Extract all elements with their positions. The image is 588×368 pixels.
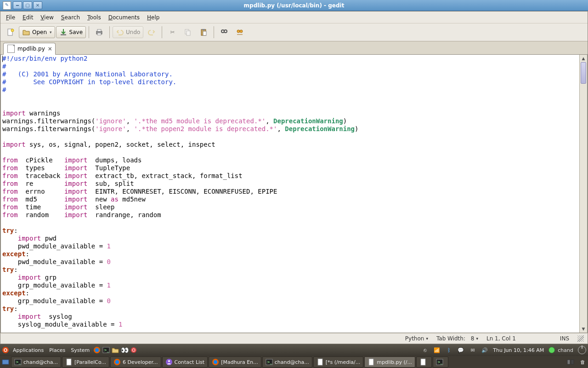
close-button[interactable]: ✕ <box>33 1 42 9</box>
firefox-icon[interactable] <box>93 346 101 354</box>
panel-system[interactable]: System <box>69 345 91 355</box>
gnome-bottom-panel: >_chand@cha...[ParallelCo...6 Developer.… <box>0 356 588 368</box>
cut-button[interactable]: ✂ <box>165 26 180 38</box>
menu-help[interactable]: Help <box>143 13 163 22</box>
tab-mpdlib[interactable]: mpdlib.py × <box>3 43 56 55</box>
new-file-icon <box>6 28 15 36</box>
menu-documents[interactable]: Documents <box>105 13 143 22</box>
task-icon: >_ <box>14 358 22 366</box>
gnome-top-panel: Applications Places System >_ 👀 ⎋ 📶 ᛒ 💬 … <box>0 344 588 356</box>
task-icon <box>368 358 375 366</box>
taskbar-item[interactable]: [ParallelCo... <box>62 356 109 368</box>
panel-applications[interactable]: Applications <box>11 345 45 355</box>
chat-icon[interactable]: 💬 <box>457 346 464 354</box>
toolbar-separator <box>109 26 110 38</box>
terminal-icon[interactable]: >_ <box>102 346 110 354</box>
files-icon[interactable] <box>112 346 119 354</box>
panel-clock[interactable]: Thu Jun 10, 1:46 AM <box>493 347 544 353</box>
task-label: chand@cha... <box>275 359 309 365</box>
scroll-thumb[interactable] <box>581 62 586 84</box>
status-tabwidth[interactable]: Tab Width: 8▾ <box>436 335 478 342</box>
open-dropdown-icon[interactable]: ▾ <box>50 30 52 34</box>
mail-icon[interactable]: ✉ <box>469 346 476 354</box>
svg-rect-2 <box>61 34 66 35</box>
system-tray: ⎋ 📶 ᛒ 💬 ✉ 🔊 Thu Jun 10, 1:46 AM chand <box>421 346 586 354</box>
redo-button[interactable] <box>144 26 159 38</box>
menu-search[interactable]: Search <box>57 13 84 22</box>
taskbar-item[interactable]: [Madhura En... <box>209 356 261 368</box>
vertical-scrollbar[interactable]: ▲ ▼ <box>579 55 587 333</box>
taskbar-item[interactable]: [*s (/media/... <box>313 356 363 368</box>
code-editor[interactable]: #!/usr/bin/env python2 # # (C) 2001 by A… <box>1 55 579 333</box>
task-icon <box>212 358 219 366</box>
taskbar-item[interactable]: >_ <box>433 356 448 368</box>
network-icon[interactable]: 📶 <box>433 346 441 354</box>
taskbar-item[interactable] <box>416 356 432 368</box>
window-list: >_chand@cha...[ParallelCo...6 Developer.… <box>11 356 448 368</box>
copy-button[interactable] <box>181 26 195 38</box>
svg-point-19 <box>95 348 99 352</box>
user-menu[interactable]: chand <box>548 347 573 353</box>
menu-file[interactable]: File <box>2 13 19 22</box>
svg-rect-36 <box>369 359 373 365</box>
print-button[interactable] <box>92 26 107 38</box>
svg-point-12 <box>224 30 227 33</box>
open-button[interactable]: Open ▾ <box>19 26 55 38</box>
tray-icon[interactable]: ⎋ <box>421 346 429 354</box>
save-button[interactable]: Save <box>56 26 86 38</box>
svg-point-1 <box>11 29 14 32</box>
bluetooth-icon[interactable]: ᛒ <box>445 346 452 354</box>
taskbar-item[interactable]: 6 Developer... <box>110 356 161 368</box>
cut-icon: ✂ <box>168 28 176 36</box>
svg-rect-7 <box>187 31 190 35</box>
redo-icon <box>147 28 156 36</box>
new-button[interactable] <box>3 26 18 38</box>
status-language[interactable]: Python▾ <box>405 335 428 342</box>
taskbar-item[interactable]: >_chand@cha... <box>11 356 61 368</box>
find-button[interactable] <box>217 26 232 38</box>
menu-edit[interactable]: Edit <box>19 13 37 22</box>
svg-rect-40 <box>567 360 570 364</box>
paste-button[interactable] <box>196 26 211 38</box>
tab-label: mpdlib.py <box>17 46 45 52</box>
toolbar-separator <box>89 26 89 38</box>
workspace-switcher-icon[interactable] <box>567 358 574 366</box>
task-icon: >_ <box>436 358 443 366</box>
task-icon <box>317 358 324 366</box>
eyes-icon[interactable]: 👀 <box>121 346 128 354</box>
gedit-window: File Edit View Search Tools Documents He… <box>0 11 588 344</box>
show-desktop-icon[interactable] <box>2 358 9 366</box>
maximize-button[interactable]: ▢ <box>23 1 32 9</box>
taskbar-item[interactable]: Contact List <box>162 356 208 368</box>
minimize-button[interactable]: ━ <box>13 1 22 9</box>
svg-rect-5 <box>97 33 101 35</box>
power-icon[interactable] <box>578 346 586 354</box>
open-label: Open <box>32 29 47 35</box>
panel-places[interactable]: Places <box>47 345 67 355</box>
undo-button[interactable]: Undo <box>113 26 143 38</box>
undo-icon <box>116 28 124 36</box>
scroll-down-icon[interactable]: ▼ <box>580 325 587 333</box>
task-icon: >_ <box>266 358 273 366</box>
resize-grip-icon[interactable] <box>577 335 584 342</box>
trash-icon[interactable]: 🗑 <box>579 358 586 366</box>
volume-icon[interactable]: 🔊 <box>481 346 488 354</box>
document-icon <box>7 45 15 53</box>
tab-close-icon[interactable]: × <box>48 46 52 52</box>
task-label: [Madhura En... <box>221 359 258 365</box>
svg-text:>_: >_ <box>437 360 443 364</box>
copy-icon <box>184 28 192 36</box>
replace-button[interactable] <box>232 26 247 38</box>
task-label: [ParallelCo... <box>74 359 106 365</box>
status-insert-mode: INS <box>560 335 569 342</box>
task-label: mpdlib.py (/... <box>377 359 412 365</box>
taskbar-item[interactable]: >_chand@cha... <box>262 356 312 368</box>
updates-icon[interactable] <box>130 346 137 354</box>
toolbar: Open ▾ Save Undo ✂ <box>0 23 588 41</box>
ubuntu-logo-icon[interactable] <box>2 346 9 354</box>
menu-view[interactable]: View <box>37 13 57 22</box>
taskbar-item[interactable]: mpdlib.py (/... <box>364 356 415 368</box>
menu-tools[interactable]: Tools <box>84 13 105 22</box>
menubar: File Edit View Search Tools Documents He… <box>0 12 588 23</box>
scroll-up-icon[interactable]: ▲ <box>580 55 587 62</box>
